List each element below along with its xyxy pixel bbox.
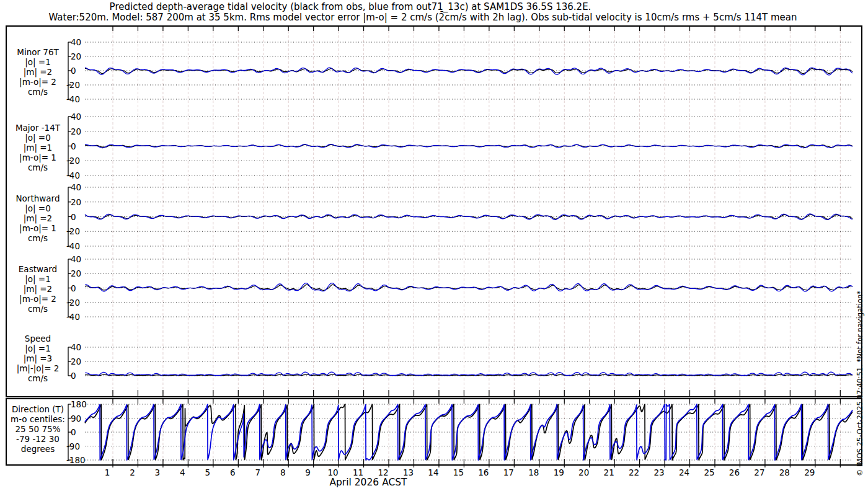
y-tick-label: 40 bbox=[71, 112, 81, 122]
y-tick-label: -180 bbox=[66, 455, 86, 465]
panel-label-line: |o| =1 bbox=[7, 57, 68, 67]
panel-label-line: |m-o|= 2 bbox=[7, 77, 68, 87]
x-day-label: 9 bbox=[300, 467, 316, 477]
panel-label-line: Eastward bbox=[7, 264, 68, 274]
x-day-label: 15 bbox=[450, 467, 466, 477]
y-tick-label: -40 bbox=[66, 94, 80, 104]
panel-label-line: cm/s bbox=[7, 373, 68, 383]
panel-label-line: |m-o|= 1 bbox=[7, 153, 68, 162]
panel-label-line: cm/s bbox=[7, 162, 68, 172]
y-tick-label: 40 bbox=[71, 182, 81, 192]
panel-label-speed: Speed|o| =1|m| =3|m|-|o|= 2cm/s bbox=[7, 334, 68, 383]
y-tick-label: 40 bbox=[71, 254, 81, 264]
y-tick-label: 20 bbox=[71, 126, 81, 136]
y-tick-label: -40 bbox=[66, 312, 80, 322]
y-tick-label: 20 bbox=[71, 51, 81, 61]
panel-label-minor: Minor 76T|o| =1|m| =2|m-o|= 2cm/s bbox=[7, 47, 68, 97]
y-tick-label: -40 bbox=[66, 170, 80, 180]
y-tick-label: -20 bbox=[66, 80, 80, 90]
panel-label-line: |o| =1 bbox=[7, 274, 68, 284]
y-tick-label: -90 bbox=[66, 441, 80, 451]
upper-frame bbox=[6, 26, 862, 397]
x-day-label: 12 bbox=[375, 467, 391, 477]
y-tick-label: 20 bbox=[71, 268, 81, 278]
y-tick-label: 20 bbox=[71, 356, 81, 366]
x-day-label: 8 bbox=[275, 467, 291, 477]
x-day-label: 23 bbox=[651, 467, 667, 477]
x-day-label: 22 bbox=[626, 467, 642, 477]
x-day-label: 18 bbox=[526, 467, 542, 477]
x-day-label: 13 bbox=[400, 467, 416, 477]
copyright-watermark: © IMOS 25-Oct-2025 07:40:51. *Not for na… bbox=[856, 291, 864, 476]
x-day-label: 20 bbox=[576, 467, 592, 477]
panel-label-line: cm/s bbox=[7, 87, 68, 97]
y-tick-label: 180 bbox=[71, 399, 87, 409]
panel-label-line: |o| =0 bbox=[7, 133, 68, 143]
x-day-label: 4 bbox=[174, 467, 190, 477]
panel-label-line: -79 -12 30 bbox=[7, 434, 68, 444]
x-day-label: 14 bbox=[425, 467, 441, 477]
x-day-label: 24 bbox=[676, 467, 693, 477]
panel-label-direction: Direction (T)m-o centiles:25 50 75%-79 -… bbox=[7, 404, 68, 454]
y-tick-label: -40 bbox=[66, 241, 80, 251]
y-tick-label: -20 bbox=[66, 226, 80, 236]
panel-label-line: |o| =0 bbox=[7, 203, 68, 213]
y-tick-label: -20 bbox=[66, 298, 80, 308]
x-day-label: 7 bbox=[250, 467, 266, 477]
x-day-label: 1 bbox=[99, 467, 115, 477]
panel-label-line: m-o centiles: bbox=[7, 414, 68, 424]
x-day-label: 28 bbox=[776, 467, 792, 477]
x-day-label: 26 bbox=[726, 467, 742, 477]
x-day-label: 25 bbox=[701, 467, 717, 477]
panel-label-line: cm/s bbox=[7, 304, 68, 314]
panel-label-major: Major -14T|o| =0|m| =1|m-o|= 1cm/s bbox=[7, 123, 68, 172]
y-tick-label: 0 bbox=[71, 371, 76, 381]
x-day-label: 5 bbox=[200, 467, 216, 477]
panel-label-line: |m-o|= 2 bbox=[7, 294, 68, 304]
panel-label-line: |m| =2 bbox=[7, 67, 68, 77]
panel-label-line: cm/s bbox=[7, 233, 68, 243]
panel-label-line: |m|-|o|= 2 bbox=[7, 363, 68, 373]
x-day-label: 3 bbox=[149, 467, 166, 477]
y-tick-label: 20 bbox=[71, 197, 81, 207]
x-day-label: 6 bbox=[224, 467, 241, 477]
x-day-label: 16 bbox=[476, 467, 492, 477]
y-tick-label: 40 bbox=[71, 342, 81, 352]
y-tick-label: 0 bbox=[71, 141, 76, 151]
panel-label-line: Speed bbox=[7, 334, 68, 343]
panel-label-line: |m| =3 bbox=[7, 353, 68, 363]
panel-label-northward: Northward|o| =0|m| =2|m-o|= 1cm/s bbox=[7, 193, 68, 243]
panel-label-line: degrees bbox=[7, 444, 68, 454]
x-axis-title: April 2026 ACST bbox=[329, 477, 407, 488]
x-day-label: 29 bbox=[802, 467, 818, 477]
panel-label-eastward: Eastward|o| =1|m| =2|m-o|= 2cm/s bbox=[7, 264, 68, 314]
y-tick-label: 0 bbox=[71, 427, 76, 437]
y-tick-label: 0 bbox=[71, 283, 76, 293]
minor-model-line bbox=[85, 68, 852, 75]
panel-label-line: Northward bbox=[7, 193, 68, 203]
y-tick-label: 90 bbox=[71, 414, 81, 423]
x-day-label: 2 bbox=[124, 467, 140, 477]
panel-label-line: |m-o|= 1 bbox=[7, 223, 68, 233]
x-day-label: 17 bbox=[500, 467, 516, 477]
x-day-label: 27 bbox=[751, 467, 768, 477]
x-day-label: 11 bbox=[350, 467, 366, 477]
panel-label-line: |o| =1 bbox=[7, 343, 68, 353]
tidal-velocity-figure: Predicted depth-average tidal velocity (… bbox=[0, 0, 868, 496]
x-day-label: 21 bbox=[601, 467, 617, 477]
panel-label-line: Major -14T bbox=[7, 123, 68, 133]
panel-label-line: |m| =2 bbox=[7, 284, 68, 294]
panel-label-line: Minor 76T bbox=[7, 47, 68, 57]
panel-label-line: |m| =1 bbox=[7, 143, 68, 153]
panel-label-line: |m| =2 bbox=[7, 213, 68, 223]
panel-label-line: 25 50 75% bbox=[7, 424, 68, 434]
y-tick-label: 0 bbox=[71, 212, 76, 222]
y-tick-label: 0 bbox=[71, 66, 76, 76]
northward-model-line bbox=[85, 214, 852, 220]
y-tick-label: -20 bbox=[66, 156, 80, 166]
x-day-label: 19 bbox=[551, 467, 567, 477]
panel-label-line: Direction (T) bbox=[7, 404, 68, 414]
plot-canvas bbox=[0, 0, 868, 496]
x-day-label: 10 bbox=[325, 467, 341, 477]
y-tick-label: 40 bbox=[71, 37, 81, 47]
